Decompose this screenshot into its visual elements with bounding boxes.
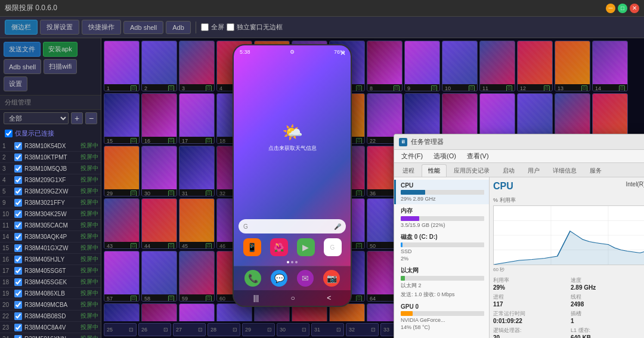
bottom-num-item[interactable]: 29⊡ (242, 323, 275, 336)
nav-menu-btn[interactable]: ||| (253, 294, 259, 302)
device-list-item[interactable]: 1 R38M10K54DX 投屏中 (0, 140, 101, 152)
tm-tab-details[interactable]: 详细信息 (547, 165, 583, 177)
group-filter-select[interactable]: 全部 (4, 112, 69, 124)
device-list-item[interactable]: 3 R38M10M5QJB 投屏中 (0, 163, 101, 174)
grid-device[interactable]: 44 ⊡ (141, 198, 177, 249)
device-checkbox[interactable] (14, 233, 22, 241)
device-checkbox[interactable] (14, 176, 22, 184)
phone-close-button[interactable]: ✕ (340, 49, 346, 57)
grid-device[interactable]: 11 ⊡ (479, 41, 515, 91)
shortcut-button[interactable]: 快捷操作 (82, 20, 121, 35)
grid-device[interactable]: 17 ⊡ (179, 93, 215, 144)
grid-device[interactable]: 31 ⊡ (179, 146, 215, 196)
grid-device[interactable]: 59 ⊡ (179, 251, 215, 302)
filter-minus-button[interactable]: − (85, 112, 97, 124)
adb-shell-button[interactable]: Adb shell (123, 21, 163, 34)
tm-menu-view[interactable]: 查看(V) (462, 150, 494, 162)
grid-device[interactable]: 2 ⊡ (141, 41, 177, 91)
tm-resource-item[interactable]: CPU 29% 2.89 GHz (394, 180, 489, 204)
install-apk-button[interactable]: 安装apk (43, 42, 78, 57)
grid-device[interactable]: 9 ⊡ (404, 41, 440, 91)
scan-wifi-button[interactable]: 扫描wifi (44, 59, 77, 74)
app-icon-1[interactable]: 📱 (243, 238, 261, 256)
nav-back-btn[interactable]: < (327, 294, 331, 302)
grid-device[interactable]: 1 ⊡ (104, 41, 140, 91)
settings-button[interactable]: 设置 (4, 76, 27, 91)
grid-device[interactable]: 16 ⊡ (141, 93, 177, 144)
device-checkbox[interactable] (14, 278, 22, 286)
device-checkbox[interactable] (14, 199, 22, 207)
device-list-item[interactable]: 18 R38M405SGEK 投屏中 (0, 276, 101, 288)
grid-device[interactable]: 8 ⊡ (367, 41, 402, 91)
grid-device[interactable]: 12 ⊡ (517, 41, 553, 91)
bottom-num-item[interactable]: 31⊡ (311, 323, 344, 336)
grid-device[interactable]: 30 ⊡ (141, 146, 177, 196)
device-checkbox[interactable] (14, 244, 22, 252)
tm-tab-services[interactable]: 服务 (584, 165, 608, 177)
adb-shell-sidebar-button[interactable]: Adb shell (4, 59, 41, 74)
screencast-settings-button[interactable]: 投屏设置 (40, 20, 79, 35)
device-list-item[interactable]: 20 R38M409MCBA 投屏中 (0, 299, 101, 311)
tm-menu-options[interactable]: 选项(O) (429, 150, 461, 162)
grid-device[interactable]: 57 ⊡ (104, 251, 140, 302)
adb-button[interactable]: Adb (166, 21, 191, 34)
device-list-item[interactable]: 10 R38M304K25W 投屏中 (0, 208, 101, 220)
device-checkbox[interactable] (14, 312, 22, 320)
device-checkbox[interactable] (14, 165, 22, 173)
bottom-num-item[interactable]: 27⊡ (173, 323, 206, 336)
minimize-button[interactable]: ─ (606, 4, 615, 13)
grid-device[interactable]: 45 ⊡ (179, 198, 215, 249)
bottom-num-item[interactable]: 32⊡ (346, 323, 379, 336)
device-list-item[interactable]: 24 R38M5016XNN 投屏中 (0, 333, 101, 338)
app-icon-2[interactable]: 🌺 (270, 238, 288, 256)
device-checkbox[interactable] (14, 142, 22, 150)
dock-chat-icon[interactable]: 💬 (271, 270, 287, 287)
phone-weather-text[interactable]: 点击来获取天气信息 (268, 145, 317, 152)
device-checkbox[interactable] (14, 335, 22, 339)
device-list-item[interactable]: 22 R38M40B08SD 投屏中 (0, 311, 101, 322)
device-list-item[interactable]: 9 R38M3021FFY 投屏中 (0, 197, 101, 208)
grid-device[interactable]: 3 ⊡ (179, 41, 215, 91)
device-list-item[interactable]: 5 R38M209GZXW 投屏中 (0, 186, 101, 197)
close-button[interactable]: ✕ (630, 4, 639, 13)
phone-search-bar[interactable]: G 🎤 (239, 219, 346, 233)
device-checkbox[interactable] (14, 324, 22, 331)
device-list-item[interactable]: 16 R38M405HJLY 投屏中 (0, 254, 101, 265)
device-list-item[interactable]: 4 R38M209G1XF 投屏中 (0, 174, 101, 186)
device-checkbox[interactable] (14, 222, 22, 229)
fullscreen-checkbox[interactable] (201, 23, 209, 31)
grid-device[interactable]: 73 ⊡ (179, 303, 215, 321)
device-checkbox[interactable] (14, 153, 22, 161)
device-list-item[interactable]: 17 R38M405SG6T 投屏中 (0, 265, 101, 276)
tm-tab-users[interactable]: 用户 (522, 165, 546, 177)
bottom-num-item[interactable]: 30⊡ (277, 323, 309, 336)
tm-resource-item[interactable]: GPU 0 NVIDIA GeForce... 14% (58 °C) (394, 301, 489, 333)
device-checkbox[interactable] (14, 290, 22, 297)
grid-device[interactable]: 13 ⊡ (555, 41, 590, 91)
grid-device[interactable]: 14 ⊡ (592, 41, 628, 91)
tm-tab-performance[interactable]: 性能 (422, 164, 447, 177)
tm-resource-item[interactable]: 以太网 以太网 2 发送: 1.0 接收: 0 Mbps (394, 264, 489, 301)
send-file-button[interactable]: 发送文件 (4, 42, 41, 57)
dock-camera-icon[interactable]: 📷 (323, 270, 340, 287)
tm-tab-history[interactable]: 应用历史记录 (448, 165, 496, 177)
grid-device[interactable]: 71 ⊡ (104, 303, 140, 321)
device-checkbox[interactable] (14, 210, 22, 218)
grid-device[interactable]: 15 ⊡ (104, 93, 140, 144)
app-icon-4[interactable]: G (324, 238, 342, 256)
grid-device[interactable]: 10 ⊡ (442, 41, 478, 91)
tm-tab-startup[interactable]: 启动 (497, 165, 521, 177)
bottom-num-item[interactable]: 28⊡ (208, 323, 240, 336)
device-list-item[interactable]: 23 R38M40C8A4V 投屏中 (0, 322, 101, 333)
device-list-item[interactable]: 2 R38M10KTPMT 投屏中 (0, 152, 101, 163)
tm-resource-item[interactable]: 磁盘 0 (C: D:) SSD 2% (394, 231, 489, 264)
standalone-checkbox[interactable] (227, 23, 234, 31)
grid-device[interactable]: 72 ⊡ (141, 303, 177, 321)
device-list-item[interactable]: 11 R38M305CACM 投屏中 (0, 220, 101, 231)
nav-home-btn[interactable]: ○ (291, 294, 295, 302)
device-checkbox[interactable] (14, 301, 22, 309)
device-checkbox[interactable] (14, 267, 22, 275)
dock-msg-icon[interactable]: ✉ (297, 270, 314, 287)
grid-device[interactable]: 43 ⊡ (104, 198, 140, 249)
show-online-checkbox[interactable] (5, 130, 13, 137)
